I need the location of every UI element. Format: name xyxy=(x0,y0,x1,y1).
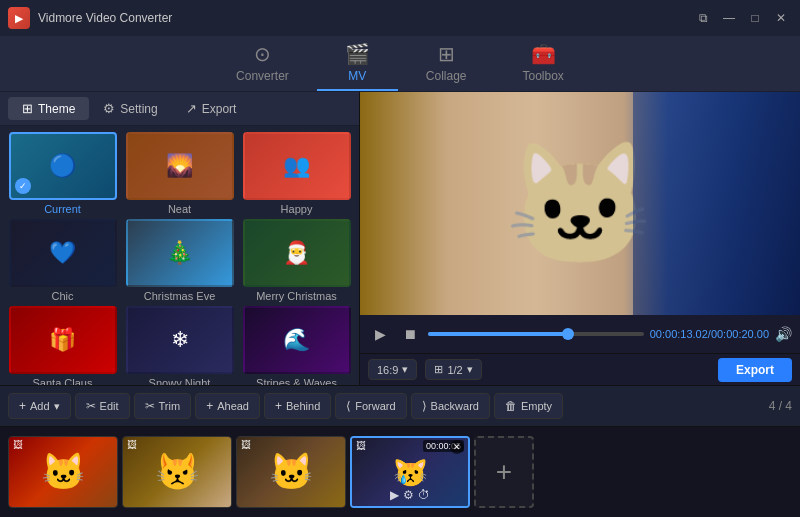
progress-bar[interactable] xyxy=(428,332,644,336)
zoom-icon: ⊞ xyxy=(434,363,443,376)
clip-type-icon-4: 🖼 xyxy=(356,440,366,451)
tab-toolbox[interactable]: 🧰 Toolbox xyxy=(495,36,592,91)
timeline-clip-1[interactable]: 🐱 🖼 xyxy=(8,436,118,508)
app-title: Vidmore Video Converter xyxy=(38,11,172,25)
play-button[interactable]: ▶ xyxy=(368,322,392,346)
edit-label: Edit xyxy=(100,400,119,412)
clip-type-icon-3: 🖼 xyxy=(241,439,251,450)
tab-mv[interactable]: 🎬 MV xyxy=(317,36,398,91)
backward-button[interactable]: ⟩ Backward xyxy=(411,393,490,419)
left-panel: ⊞ Theme ⚙ Setting ↗ Export 🔵 ✓ Current xyxy=(0,92,360,385)
main-content: ⊞ Theme ⚙ Setting ↗ Export 🔵 ✓ Current xyxy=(0,92,800,385)
snowy-night-thumb-overlay: ❄ xyxy=(128,308,232,372)
progress-fill xyxy=(428,332,568,336)
theme-label-stripes-waves: Stripes & Waves xyxy=(256,377,337,385)
add-chevron: ▾ xyxy=(54,400,60,413)
export-arrow-icon: ↗ xyxy=(186,101,197,116)
close-button[interactable]: ✕ xyxy=(770,7,792,29)
behind-button[interactable]: + Behind xyxy=(264,393,331,419)
right-panel: 🐱 ▶ ⏹ 00:00:13.02/00:00:20.00 🔊 16:9 ▾ ⊞… xyxy=(360,92,800,385)
add-clip-button[interactable]: + xyxy=(474,436,534,508)
add-icon: + xyxy=(19,399,26,413)
maximize-button[interactable]: □ xyxy=(744,7,766,29)
aspect-ratio-chevron: ▾ xyxy=(402,363,408,376)
theme-label-chic: Chic xyxy=(51,290,73,302)
behind-icon: + xyxy=(275,399,282,413)
trim-label: Trim xyxy=(159,400,181,412)
mv-icon: 🎬 xyxy=(345,42,370,66)
clip-count: 4 / 4 xyxy=(769,399,792,413)
sub-tab-setting-label: Setting xyxy=(120,102,157,116)
theme-item-stripes-waves[interactable]: 🌊 Stripes & Waves xyxy=(240,306,353,385)
ahead-button[interactable]: + Ahead xyxy=(195,393,260,419)
tab-collage[interactable]: ⊞ Collage xyxy=(398,36,495,91)
theme-item-merry-christmas[interactable]: 🎅 Merry Christmas xyxy=(240,219,353,302)
trim-button[interactable]: ✂ Trim xyxy=(134,393,192,419)
controls-bar: ▶ ⏹ 00:00:13.02/00:00:20.00 🔊 xyxy=(360,315,800,353)
ahead-label: Ahead xyxy=(217,400,249,412)
restore-button[interactable]: ⧉ xyxy=(692,7,714,29)
sub-tab-setting[interactable]: ⚙ Setting xyxy=(89,97,171,120)
timeline-clip-4[interactable]: 😿 🖼 00:00:05 ✕ ▶ ⚙ ⏱ xyxy=(350,436,470,508)
tab-mv-label: MV xyxy=(348,69,366,83)
export-button[interactable]: Export xyxy=(718,358,792,382)
theme-grid: 🔵 ✓ Current 🌄 Neat 👥 Happy xyxy=(0,126,359,385)
clip-thumbnail-1: 🐱 xyxy=(9,437,117,507)
add-button[interactable]: + Add ▾ xyxy=(8,393,71,419)
theme-label-santa-claus: Santa Claus xyxy=(33,377,93,385)
theme-item-snowy-night[interactable]: ❄ Snowy Night xyxy=(123,306,236,385)
zoom-dropdown[interactable]: ⊞ 1/2 ▾ xyxy=(425,359,481,380)
empty-label: Empty xyxy=(521,400,552,412)
blue-overlay xyxy=(633,92,800,315)
setting-icon: ⚙ xyxy=(103,101,115,116)
theme-item-current[interactable]: 🔵 ✓ Current xyxy=(6,132,119,215)
trash-icon: 🗑 xyxy=(505,399,517,413)
nav-tabs: ⊙ Converter 🎬 MV ⊞ Collage 🧰 Toolbox xyxy=(0,36,800,92)
clip-type-icon-2: 🖼 xyxy=(127,439,137,450)
clip-settings-icon[interactable]: ⚙ xyxy=(403,488,414,502)
aspect-ratio-label: 16:9 xyxy=(377,364,398,376)
theme-item-happy[interactable]: 👥 Happy xyxy=(240,132,353,215)
clip-thumbnail-2: 😾 xyxy=(123,437,231,507)
forward-button[interactable]: ⟨ Forward xyxy=(335,393,406,419)
clip-play-icon[interactable]: ▶ xyxy=(390,488,399,502)
clip-type-icon-1: 🖼 xyxy=(13,439,23,450)
sub-tabs: ⊞ Theme ⚙ Setting ↗ Export xyxy=(0,92,359,126)
backward-icon: ⟩ xyxy=(422,399,427,413)
sub-tab-export[interactable]: ↗ Export xyxy=(172,97,251,120)
time-display: 00:00:13.02/00:00:20.00 xyxy=(650,328,769,340)
tab-converter[interactable]: ⊙ Converter xyxy=(208,36,317,91)
toolbox-icon: 🧰 xyxy=(531,42,556,66)
video-preview: 🐱 xyxy=(360,92,800,315)
empty-button[interactable]: 🗑 Empty xyxy=(494,393,563,419)
clip-close-4[interactable]: ✕ xyxy=(450,440,464,454)
theme-item-neat[interactable]: 🌄 Neat xyxy=(123,132,236,215)
progress-handle[interactable] xyxy=(562,328,574,340)
timeline-clip-3[interactable]: 🐱 🖼 xyxy=(236,436,346,508)
timeline-clip-2[interactable]: 😾 🖼 xyxy=(122,436,232,508)
converter-icon: ⊙ xyxy=(254,42,271,66)
behind-label: Behind xyxy=(286,400,320,412)
stop-button[interactable]: ⏹ xyxy=(398,322,422,346)
christmas-eve-thumb-overlay: 🎄 xyxy=(128,221,232,285)
happy-thumb-overlay: 👥 xyxy=(245,134,349,198)
theme-label-current: Current xyxy=(44,203,81,215)
sub-tab-export-label: Export xyxy=(202,102,237,116)
backward-label: Backward xyxy=(431,400,479,412)
add-label: Add xyxy=(30,400,50,412)
sub-tab-theme-label: Theme xyxy=(38,102,75,116)
volume-icon[interactable]: 🔊 xyxy=(775,326,792,342)
zoom-label: 1/2 xyxy=(447,364,462,376)
edit-button[interactable]: ✂ Edit xyxy=(75,393,130,419)
theme-item-santa-claus[interactable]: 🎁 Santa Claus xyxy=(6,306,119,385)
sub-tab-theme[interactable]: ⊞ Theme xyxy=(8,97,89,120)
theme-item-christmas-eve[interactable]: 🎄 Christmas Eve xyxy=(123,219,236,302)
edit-icon: ✂ xyxy=(86,399,96,413)
neat-thumb-overlay: 🌄 xyxy=(128,134,232,198)
clip-time-icon[interactable]: ⏱ xyxy=(418,488,430,502)
theme-item-chic[interactable]: 💙 Chic xyxy=(6,219,119,302)
timeline: 🐱 🖼 😾 🖼 🐱 🖼 😿 🖼 00:00:05 ✕ ▶ ⚙ ⏱ + xyxy=(0,427,800,517)
aspect-ratio-dropdown[interactable]: 16:9 ▾ xyxy=(368,359,417,380)
bottom-toolbar: + Add ▾ ✂ Edit ✂ Trim + Ahead + Behind ⟨… xyxy=(0,385,800,427)
minimize-button[interactable]: — xyxy=(718,7,740,29)
